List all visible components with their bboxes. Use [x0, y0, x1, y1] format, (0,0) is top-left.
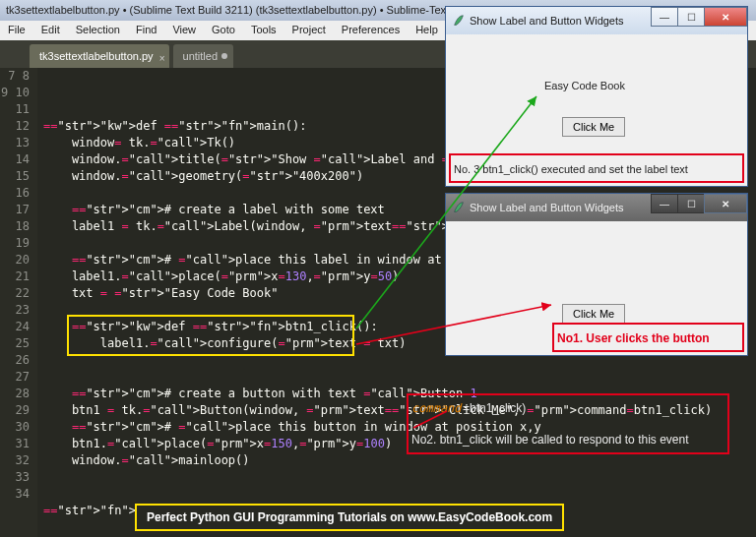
tk-icon	[452, 201, 466, 214]
minimize-button[interactable]: —	[651, 194, 678, 213]
tk1-body: Easy Code Book Click Me No. 3 btn1_click…	[446, 34, 747, 186]
tk2-title: Show Label and Button Widgets	[470, 202, 624, 213]
tk2-click-button[interactable]: Click Me	[562, 304, 625, 324]
menu-help[interactable]: Help	[408, 21, 446, 40]
menu-goto[interactable]: Goto	[204, 21, 243, 40]
tab-file[interactable]: tk3settextlabelbutton.py ×	[30, 44, 169, 68]
tk-window-2: Show Label and Button Widgets — ☐ ✕ Clic…	[445, 193, 748, 356]
menu-view[interactable]: View	[164, 21, 204, 40]
close-button[interactable]: ✕	[704, 7, 747, 27]
menu-edit[interactable]: Edit	[33, 21, 68, 40]
tk1-click-button[interactable]: Click Me	[562, 117, 625, 137]
tab-untitled[interactable]: untitled	[173, 44, 233, 68]
tk1-annotation-box: No. 3 btn1_click() executed and set the …	[449, 153, 744, 183]
menu-tools[interactable]: Tools	[243, 21, 284, 40]
tk2-titlebar: Show Label and Button Widgets — ☐ ✕	[446, 194, 747, 221]
menu-find[interactable]: Find	[128, 21, 164, 40]
command-keyword: command	[411, 401, 462, 415]
maximize-button[interactable]: ☐	[677, 194, 705, 213]
tk1-label: Easy Code Book	[544, 80, 625, 91]
menu-file[interactable]: File	[0, 21, 33, 40]
menu-preferences[interactable]: Preferences	[334, 21, 408, 40]
maximize-button[interactable]: ☐	[677, 7, 705, 27]
tab-label: untitled	[183, 50, 218, 62]
minimize-button[interactable]: —	[651, 7, 678, 27]
dirty-icon	[221, 53, 227, 59]
command-value: =btn1_click)	[463, 401, 526, 415]
note2-text: No2. btn1_click will be called to respon…	[411, 433, 689, 447]
tk1-annotation-text: No. 3 btn1_click() executed and set the …	[454, 163, 688, 175]
tk2-annotation-text: No1. User clicks the button	[557, 331, 710, 345]
menu-selection[interactable]: Selection	[68, 21, 128, 40]
tk-icon	[452, 14, 466, 28]
tk-window-1: Show Label and Button Widgets — ☐ ✕ Easy…	[445, 6, 748, 187]
tk1-title: Show Label and Button Widgets	[470, 15, 624, 27]
close-button[interactable]: ✕	[704, 194, 747, 213]
tab-label: tk3settextlabelbutton.py	[39, 50, 154, 62]
tk2-body: Click Me No1. User clicks the button	[446, 221, 747, 355]
tutorial-caption: Perfect Python GUI Programming Tutorials…	[135, 504, 564, 531]
highlight-box-function	[67, 315, 354, 356]
gutter: 7 8 9 10 11 12 13 14 15 16 17 18 19 20 2…	[0, 68, 37, 537]
tk1-titlebar: Show Label and Button Widgets — ☐ ✕	[446, 7, 747, 34]
menu-project[interactable]: Project	[284, 21, 334, 40]
tk2-annotation-box: No1. User clicks the button	[552, 323, 744, 352]
